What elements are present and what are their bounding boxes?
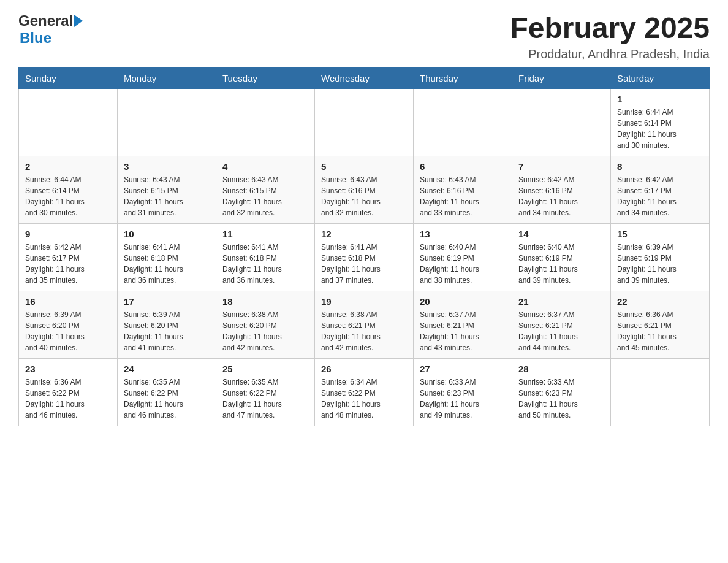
day-number: 17 (124, 296, 210, 307)
calendar-cell: 13Sunrise: 6:40 AM Sunset: 6:19 PM Dayli… (414, 223, 512, 291)
day-number: 26 (321, 364, 407, 374)
calendar-cell: 22Sunrise: 6:36 AM Sunset: 6:21 PM Dayli… (611, 291, 710, 358)
month-title: February 2025 (510, 12, 710, 45)
calendar-cell (414, 88, 512, 156)
logo-general-text: General (18, 12, 73, 29)
calendar-cell: 17Sunrise: 6:39 AM Sunset: 6:20 PM Dayli… (118, 291, 216, 358)
day-number: 5 (321, 161, 407, 172)
calendar-cell: 18Sunrise: 6:38 AM Sunset: 6:20 PM Dayli… (216, 291, 315, 358)
page-header: General Blue February 2025 Proddatur, An… (18, 12, 710, 61)
day-info: Sunrise: 6:39 AM Sunset: 6:19 PM Dayligh… (617, 242, 703, 286)
day-number: 24 (124, 364, 210, 374)
day-number: 9 (25, 229, 111, 239)
day-info: Sunrise: 6:40 AM Sunset: 6:19 PM Dayligh… (518, 242, 604, 286)
logo-triangle-icon (74, 15, 83, 27)
calendar-cell (512, 88, 611, 156)
calendar-cell: 15Sunrise: 6:39 AM Sunset: 6:19 PM Dayli… (611, 223, 710, 291)
calendar-cell: 23Sunrise: 6:36 AM Sunset: 6:22 PM Dayli… (19, 358, 118, 426)
calendar-header-thursday: Thursday (414, 67, 512, 88)
day-number: 16 (25, 296, 111, 307)
calendar-cell: 19Sunrise: 6:38 AM Sunset: 6:21 PM Dayli… (315, 291, 414, 358)
calendar-cell: 5Sunrise: 6:43 AM Sunset: 6:16 PM Daylig… (315, 156, 414, 223)
calendar-week-row: 2Sunrise: 6:44 AM Sunset: 6:14 PM Daylig… (19, 156, 710, 223)
calendar-header-monday: Monday (118, 67, 216, 88)
day-number: 8 (617, 161, 703, 172)
calendar-cell: 26Sunrise: 6:34 AM Sunset: 6:22 PM Dayli… (315, 358, 414, 426)
day-info: Sunrise: 6:34 AM Sunset: 6:22 PM Dayligh… (321, 377, 407, 421)
day-number: 14 (518, 229, 604, 239)
calendar-cell: 27Sunrise: 6:33 AM Sunset: 6:23 PM Dayli… (414, 358, 512, 426)
day-info: Sunrise: 6:38 AM Sunset: 6:21 PM Dayligh… (321, 309, 407, 353)
calendar-cell: 10Sunrise: 6:41 AM Sunset: 6:18 PM Dayli… (118, 223, 216, 291)
day-info: Sunrise: 6:43 AM Sunset: 6:15 PM Dayligh… (124, 174, 210, 218)
day-info: Sunrise: 6:37 AM Sunset: 6:21 PM Dayligh… (420, 309, 506, 353)
calendar-cell: 4Sunrise: 6:43 AM Sunset: 6:15 PM Daylig… (216, 156, 315, 223)
calendar-cell: 3Sunrise: 6:43 AM Sunset: 6:15 PM Daylig… (118, 156, 216, 223)
day-number: 22 (617, 296, 703, 307)
calendar-cell (118, 88, 216, 156)
day-info: Sunrise: 6:44 AM Sunset: 6:14 PM Dayligh… (25, 174, 111, 218)
day-info: Sunrise: 6:41 AM Sunset: 6:18 PM Dayligh… (124, 242, 210, 286)
calendar-cell: 20Sunrise: 6:37 AM Sunset: 6:21 PM Dayli… (414, 291, 512, 358)
day-info: Sunrise: 6:43 AM Sunset: 6:16 PM Dayligh… (420, 174, 506, 218)
logo-blue-text: Blue (20, 29, 51, 46)
calendar-cell: 14Sunrise: 6:40 AM Sunset: 6:19 PM Dayli… (512, 223, 611, 291)
day-number: 20 (420, 296, 506, 307)
day-number: 21 (518, 296, 604, 307)
calendar-table: SundayMondayTuesdayWednesdayThursdayFrid… (18, 67, 710, 426)
calendar-header-saturday: Saturday (611, 67, 710, 88)
calendar-cell: 12Sunrise: 6:41 AM Sunset: 6:18 PM Dayli… (315, 223, 414, 291)
day-info: Sunrise: 6:42 AM Sunset: 6:16 PM Dayligh… (518, 174, 604, 218)
calendar-week-row: 1Sunrise: 6:44 AM Sunset: 6:14 PM Daylig… (19, 88, 710, 156)
day-number: 15 (617, 229, 703, 239)
day-number: 3 (124, 161, 210, 172)
calendar-cell: 28Sunrise: 6:33 AM Sunset: 6:23 PM Dayli… (512, 358, 611, 426)
day-info: Sunrise: 6:42 AM Sunset: 6:17 PM Dayligh… (25, 242, 111, 286)
day-info: Sunrise: 6:37 AM Sunset: 6:21 PM Dayligh… (518, 309, 604, 353)
day-number: 10 (124, 229, 210, 239)
day-info: Sunrise: 6:35 AM Sunset: 6:22 PM Dayligh… (222, 377, 308, 421)
calendar-header-row: SundayMondayTuesdayWednesdayThursdayFrid… (19, 67, 710, 88)
day-number: 2 (25, 161, 111, 172)
calendar-header-friday: Friday (512, 67, 611, 88)
calendar-cell: 21Sunrise: 6:37 AM Sunset: 6:21 PM Dayli… (512, 291, 611, 358)
calendar-cell: 16Sunrise: 6:39 AM Sunset: 6:20 PM Dayli… (19, 291, 118, 358)
day-info: Sunrise: 6:39 AM Sunset: 6:20 PM Dayligh… (25, 309, 111, 353)
day-number: 7 (518, 161, 604, 172)
calendar-week-row: 9Sunrise: 6:42 AM Sunset: 6:17 PM Daylig… (19, 223, 710, 291)
day-info: Sunrise: 6:36 AM Sunset: 6:22 PM Dayligh… (25, 377, 111, 421)
calendar-header-wednesday: Wednesday (315, 67, 414, 88)
day-info: Sunrise: 6:43 AM Sunset: 6:15 PM Dayligh… (222, 174, 308, 218)
title-section: February 2025 Proddatur, Andhra Pradesh,… (510, 12, 710, 61)
calendar-week-row: 16Sunrise: 6:39 AM Sunset: 6:20 PM Dayli… (19, 291, 710, 358)
day-info: Sunrise: 6:38 AM Sunset: 6:20 PM Dayligh… (222, 309, 308, 353)
calendar-cell: 9Sunrise: 6:42 AM Sunset: 6:17 PM Daylig… (19, 223, 118, 291)
day-info: Sunrise: 6:40 AM Sunset: 6:19 PM Dayligh… (420, 242, 506, 286)
day-number: 12 (321, 229, 407, 239)
day-number: 1 (617, 94, 703, 104)
calendar-cell: 6Sunrise: 6:43 AM Sunset: 6:16 PM Daylig… (414, 156, 512, 223)
day-info: Sunrise: 6:44 AM Sunset: 6:14 PM Dayligh… (617, 107, 703, 151)
calendar-cell (611, 358, 710, 426)
calendar-cell: 24Sunrise: 6:35 AM Sunset: 6:22 PM Dayli… (118, 358, 216, 426)
day-info: Sunrise: 6:41 AM Sunset: 6:18 PM Dayligh… (321, 242, 407, 286)
day-info: Sunrise: 6:35 AM Sunset: 6:22 PM Dayligh… (124, 377, 210, 421)
calendar-cell: 7Sunrise: 6:42 AM Sunset: 6:16 PM Daylig… (512, 156, 611, 223)
day-number: 18 (222, 296, 308, 307)
day-number: 6 (420, 161, 506, 172)
day-info: Sunrise: 6:36 AM Sunset: 6:21 PM Dayligh… (617, 309, 703, 353)
calendar-cell: 8Sunrise: 6:42 AM Sunset: 6:17 PM Daylig… (611, 156, 710, 223)
day-info: Sunrise: 6:41 AM Sunset: 6:18 PM Dayligh… (222, 242, 308, 286)
calendar-cell: 1Sunrise: 6:44 AM Sunset: 6:14 PM Daylig… (611, 88, 710, 156)
calendar-header-tuesday: Tuesday (216, 67, 315, 88)
calendar-cell: 25Sunrise: 6:35 AM Sunset: 6:22 PM Dayli… (216, 358, 315, 426)
day-info: Sunrise: 6:43 AM Sunset: 6:16 PM Dayligh… (321, 174, 407, 218)
calendar-cell: 11Sunrise: 6:41 AM Sunset: 6:18 PM Dayli… (216, 223, 315, 291)
calendar-cell (216, 88, 315, 156)
day-number: 13 (420, 229, 506, 239)
location-subtitle: Proddatur, Andhra Pradesh, India (510, 47, 710, 61)
day-number: 19 (321, 296, 407, 307)
day-info: Sunrise: 6:33 AM Sunset: 6:23 PM Dayligh… (420, 377, 506, 421)
calendar-cell (19, 88, 118, 156)
day-info: Sunrise: 6:39 AM Sunset: 6:20 PM Dayligh… (124, 309, 210, 353)
